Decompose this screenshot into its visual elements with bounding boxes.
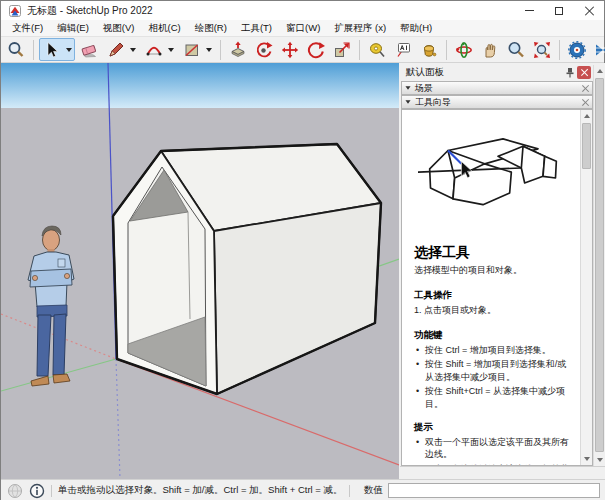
minimize-button[interactable]: [514, 1, 544, 20]
scale-tool-button[interactable]: [330, 38, 354, 61]
menu-camera[interactable]: 相机(C): [141, 20, 187, 37]
3d-warehouse-button[interactable]: [591, 38, 605, 61]
line-tool-dropdown[interactable]: [128, 38, 138, 61]
menu-window[interactable]: 窗口(W): [279, 20, 327, 37]
measurement-input[interactable]: [388, 483, 600, 498]
zoom-extents-icon: [533, 41, 551, 59]
move-tool-button[interactable]: [278, 38, 302, 61]
menu-view[interactable]: 视图(V): [96, 20, 142, 37]
menu-draw[interactable]: 绘图(R): [188, 20, 234, 37]
toolbar-separator: [220, 40, 221, 60]
scrollbar-thumb[interactable]: [595, 78, 604, 452]
paint-bucket-icon: [420, 41, 438, 59]
maximize-button[interactable]: [544, 1, 574, 20]
modifier-list: 按住 Ctrl = 增加项目到选择集。 按住 Shift = 增加项目到选择集和…: [414, 344, 572, 411]
push-pull-tool-button[interactable]: [226, 38, 250, 61]
sky: [1, 63, 399, 109]
pan-tool-button[interactable]: [478, 38, 502, 61]
menu-file[interactable]: 文件(F): [5, 20, 50, 37]
default-tray-panel: 默认面板 场景 工具向导: [400, 63, 605, 479]
rectangle-icon: [183, 41, 201, 59]
close-section-icon[interactable]: [582, 99, 589, 106]
list-item: 按住 Shift = 增加项目到选择集和/或从选择集中减少项目。: [414, 358, 572, 383]
rotate-tool-button[interactable]: [304, 38, 328, 61]
maximize-icon: [555, 7, 563, 15]
status-separator: [51, 485, 52, 497]
orbit-icon: [455, 41, 473, 59]
instructor-panel: 选择工具 选择模型中的项目和对象。 工具操作 1. 点击项目或对象。 功能键 按…: [401, 109, 593, 466]
close-panel-button[interactable]: [577, 66, 591, 79]
toolbar-separator: [359, 40, 360, 60]
zoom-tool-button[interactable]: [504, 38, 528, 61]
orbit-tool-button[interactable]: [452, 38, 476, 61]
title-bar: 无标题 - SketchUp Pro 2022: [1, 1, 604, 20]
panel-title: 默认面板: [406, 66, 561, 79]
menu-extensions[interactable]: 扩展程序 (x): [327, 20, 393, 37]
instructor-heading: 选择工具: [414, 244, 572, 262]
search-tool-button[interactable]: [4, 38, 28, 61]
minimize-icon: [525, 10, 534, 11]
text-icon: [394, 41, 412, 59]
select-tool-group: [39, 38, 75, 61]
menu-tools[interactable]: 工具(T): [234, 20, 279, 37]
chevron-down-icon: [168, 48, 174, 52]
toolbar-separator: [446, 40, 447, 60]
rectangle-tool-group: [179, 38, 215, 61]
modifiers-title: 功能键: [414, 329, 572, 342]
rotate-icon: [307, 41, 325, 59]
tips-list: 双击一个平面以选定该平面及其所有边线。 双击一条边线以选定该边线及与其共享的平面…: [414, 436, 572, 466]
chevron-down-icon: [130, 48, 136, 52]
pin-icon: [565, 67, 575, 78]
push-pull-icon: [229, 41, 247, 59]
main-area: 默认面板 场景 工具向导: [1, 63, 605, 479]
panel-bottom-strip: [400, 466, 605, 479]
tray-section-scenes[interactable]: 场景: [401, 81, 593, 95]
menu-edit[interactable]: 编辑(E): [50, 20, 96, 37]
close-section-icon[interactable]: [582, 85, 589, 92]
scroll-up-icon[interactable]: [594, 65, 605, 77]
panel-header: 默认面板: [400, 65, 593, 80]
tips-title: 提示: [414, 421, 572, 434]
list-item: 双击一个平面以选定该平面及其所有边线。: [414, 436, 572, 461]
arc-tool-group: [141, 38, 177, 61]
scroll-up-icon[interactable]: [581, 110, 593, 122]
arc-icon: [145, 41, 163, 59]
tape-measure-icon: [368, 41, 386, 59]
scroll-down-icon[interactable]: [594, 454, 605, 466]
scrollbar-thumb[interactable]: [582, 123, 591, 169]
paint-bucket-tool-button[interactable]: [417, 38, 441, 61]
arc-tool-button[interactable]: [142, 38, 166, 61]
instructor-scrollbar[interactable]: [580, 110, 592, 465]
operation-item: 1. 点击项目或对象。: [414, 304, 572, 317]
tray-scrollbar[interactable]: [593, 65, 605, 466]
arc-tool-dropdown[interactable]: [166, 38, 176, 61]
geolocation-icon[interactable]: [7, 483, 23, 499]
operation-title: 工具操作: [414, 289, 572, 302]
tape-measure-tool-button[interactable]: [365, 38, 389, 61]
extension-warehouse-button[interactable]: [565, 38, 589, 61]
line-tool-button[interactable]: [104, 38, 128, 61]
rectangle-tool-button[interactable]: [180, 38, 204, 61]
viewport-canvas[interactable]: [1, 63, 399, 479]
pan-hand-icon: [481, 41, 499, 59]
modeling-viewport[interactable]: [1, 63, 399, 479]
rectangle-tool-dropdown[interactable]: [204, 38, 214, 61]
3d-warehouse-icon: [594, 41, 605, 59]
info-icon[interactable]: [29, 483, 45, 499]
close-button[interactable]: [574, 1, 604, 20]
measurement-label: 数值: [364, 484, 383, 497]
select-tool-button[interactable]: [40, 38, 64, 61]
offset-tool-button[interactable]: [252, 38, 276, 61]
scroll-down-icon[interactable]: [581, 453, 593, 465]
select-tool-dropdown[interactable]: [64, 38, 74, 61]
menu-help[interactable]: 帮助(H): [393, 20, 439, 37]
text-tool-button[interactable]: [391, 38, 415, 61]
search-icon: [7, 41, 25, 59]
eraser-tool-button[interactable]: [77, 38, 101, 61]
instructor-illustration: [418, 126, 568, 230]
close-icon: [581, 69, 588, 76]
section-label: 场景: [415, 82, 582, 95]
pin-panel-button[interactable]: [563, 66, 577, 79]
zoom-extents-tool-button[interactable]: [530, 38, 554, 61]
tray-section-instructor[interactable]: 工具向导: [401, 95, 593, 109]
